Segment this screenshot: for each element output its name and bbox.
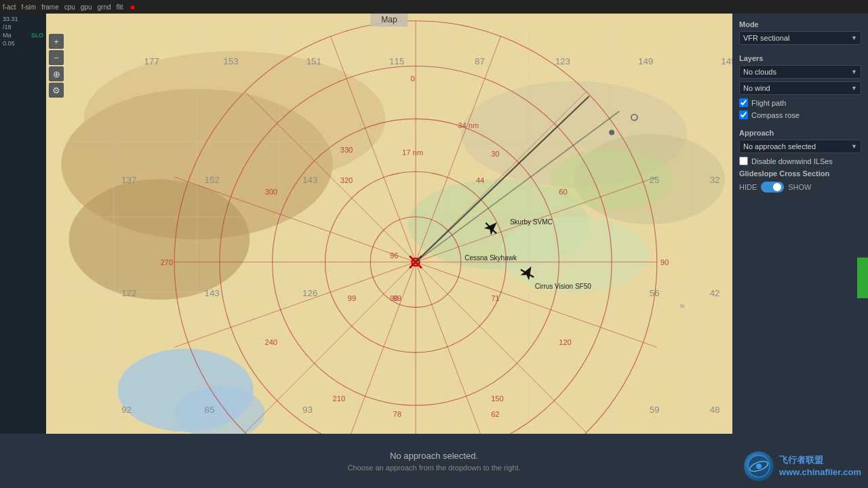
topbar-fsim: f-sim [21, 3, 36, 11]
svg-text:48: 48 [710, 405, 720, 415]
svg-text:30: 30 [491, 150, 499, 158]
flight-path-checkbox[interactable] [739, 98, 748, 107]
zoom-out-button[interactable]: − [49, 50, 64, 65]
topbar-grnd: grnd [98, 3, 111, 11]
green-badge [857, 258, 868, 298]
svg-text:17 nm: 17 nm [402, 148, 423, 157]
compass-rose-checkbox[interactable] [739, 110, 748, 119]
topbar-flit: flit [117, 3, 123, 11]
svg-text:145: 145 [721, 56, 732, 66]
svg-text:Cirrus Vision SF50: Cirrus Vision SF50 [535, 283, 592, 290]
flight-path-row[interactable]: Flight path [739, 98, 861, 107]
map-title: Map [370, 14, 408, 26]
svg-text:96: 96 [390, 251, 398, 260]
svg-text:42: 42 [710, 288, 720, 298]
compass-rose-label: Compass rose [751, 111, 800, 119]
svg-text:Skurby SVMC: Skurby SVMC [510, 218, 553, 226]
svg-text:90: 90 [660, 258, 669, 266]
topbar-red-dot: ● [130, 1, 136, 12]
compass-rose-row[interactable]: Compass rose [739, 110, 861, 119]
hide-label: HIDE [739, 183, 757, 191]
svg-text:151: 151 [307, 56, 321, 66]
layers-label: Layers [739, 54, 861, 62]
approach-select-wrapper[interactable]: No approach selected [739, 140, 861, 153]
topbar-fact: f-act [3, 3, 16, 11]
map-tools: + − ⊕ ⚙ [49, 34, 64, 98]
svg-text:115: 115 [389, 56, 404, 66]
svg-text:143: 143 [302, 175, 317, 185]
svg-point-104 [756, 464, 762, 469]
svg-text:92: 92 [121, 405, 132, 415]
svg-text:150: 150 [491, 394, 504, 403]
svg-text:34 nm: 34 nm [458, 121, 479, 129]
svg-text:78: 78 [393, 410, 401, 418]
approach-label: Approach [739, 129, 861, 137]
svg-text:153: 153 [223, 56, 238, 66]
svg-text:123: 123 [555, 56, 570, 66]
approach-select[interactable]: No approach selected [739, 140, 861, 153]
topbar: f-act f-sim frame cpu gpu grnd flit ● [0, 0, 868, 14]
svg-text:240: 240 [265, 338, 278, 346]
wind-select[interactable]: No wind [739, 81, 861, 95]
svg-text:300: 300 [265, 188, 278, 196]
glideslope-label: Glideslope Cross Section [739, 169, 861, 178]
svg-text:32: 32 [710, 175, 720, 185]
svg-text:99: 99 [348, 295, 356, 303]
svg-text:152: 152 [205, 175, 220, 185]
watermark-line1: 飞行者联盟 [779, 454, 861, 466]
main-layout: 33.31 /18 MaSLO 0.05 Map + − ⊕ ⚙ [0, 14, 868, 488]
wind-select-wrapper[interactable]: No wind [739, 81, 861, 95]
mode-select-wrapper[interactable]: VFR sectional [739, 31, 861, 45]
svg-text:59: 59 [650, 405, 660, 415]
svg-text:0: 0 [410, 75, 414, 83]
svg-text:44: 44 [476, 176, 484, 184]
svg-text:25: 25 [650, 175, 660, 185]
topbar-gpu: gpu [81, 3, 92, 11]
topbar-frame: frame [41, 3, 59, 11]
disable-downwind-checkbox[interactable] [739, 157, 748, 165]
svg-point-2 [68, 179, 250, 300]
svg-text:120: 120 [559, 338, 572, 346]
mode-label: Mode [739, 20, 861, 28]
svg-text:60: 60 [559, 188, 567, 196]
bottom-bar: No approach selected. Choose an approach… [0, 434, 868, 488]
svg-text:320: 320 [340, 176, 353, 184]
flight-path-label: Flight path [751, 99, 786, 107]
map-settings-button[interactable]: ⚙ [49, 83, 64, 98]
left-stats-panel: 33.31 /18 MaSLO 0.05 [0, 14, 46, 488]
zoom-in-button[interactable]: + [49, 34, 64, 49]
topbar-cpu: cpu [64, 3, 75, 11]
svg-text:177: 177 [144, 56, 159, 66]
watermark-line2: www.chinaflier.com [779, 466, 861, 479]
glideslope-toggle[interactable] [761, 182, 784, 192]
disable-downwind-row[interactable]: Disable downwind ILSes [739, 157, 861, 165]
clouds-select[interactable]: No clouds [739, 65, 861, 79]
approach-section: Approach No approach selected Disable do… [739, 129, 861, 192]
locate-button[interactable]: ⊕ [49, 66, 64, 81]
svg-text:126: 126 [302, 288, 317, 298]
svg-text:270: 270 [161, 258, 174, 266]
svg-point-100 [610, 130, 614, 135]
watermark-text: 飞行者联盟 www.chinaflier.com [779, 454, 861, 479]
clouds-select-wrapper[interactable]: No clouds [739, 65, 861, 79]
mode-select[interactable]: VFR sectional [739, 31, 861, 45]
svg-text:87: 87 [475, 56, 485, 66]
svg-text:Cessna Skyhawk: Cessna Skyhawk [465, 254, 517, 262]
mode-section: Mode VFR sectional [739, 20, 861, 45]
glideslope-toggle-row: HIDE SHOW [739, 182, 861, 192]
svg-text:≈: ≈ [679, 301, 684, 311]
svg-text:85: 85 [205, 405, 215, 415]
right-panel: Mode VFR sectional Layers No clouds No w… [732, 14, 868, 488]
disable-downwind-label: Disable downwind ILSes [751, 157, 833, 165]
svg-text:93: 93 [302, 405, 313, 415]
svg-text:62: 62 [491, 410, 499, 418]
bottom-main-message: No approach selected. [390, 451, 478, 461]
svg-text:99: 99 [393, 295, 401, 303]
svg-text:210: 210 [333, 394, 346, 403]
map-view[interactable]: Map + − ⊕ ⚙ [46, 14, 732, 488]
show-label: SHOW [788, 183, 811, 191]
svg-point-7 [498, 217, 649, 292]
svg-text:71: 71 [491, 295, 499, 303]
bottom-sub-message: Choose an approach from the dropdown to … [348, 464, 521, 472]
svg-point-10 [174, 386, 264, 439]
